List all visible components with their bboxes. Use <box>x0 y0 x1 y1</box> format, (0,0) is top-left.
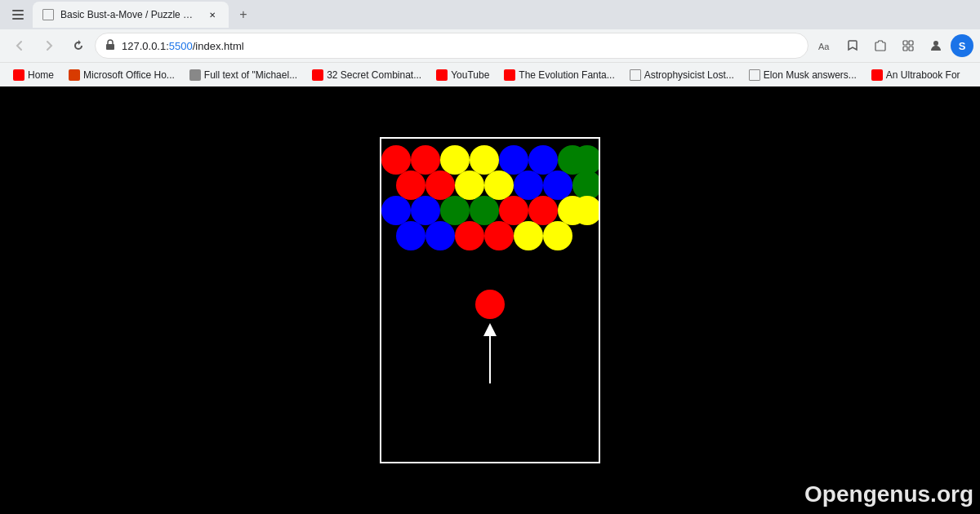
bookmark-favicon <box>436 69 448 81</box>
bookmark-label: The Evolution Fanta... <box>519 69 614 81</box>
svg-rect-5 <box>903 41 907 45</box>
security-icon <box>105 39 115 53</box>
forward-button[interactable] <box>36 33 62 59</box>
user-profile-button[interactable]: S <box>951 34 973 57</box>
bookmark-favicon <box>630 69 641 81</box>
bookmark-label: Astrophysicist Lost... <box>644 69 734 81</box>
bookmark-label: YouTube <box>451 69 489 81</box>
bookmark-elon[interactable]: Elon Musk answers... <box>742 67 863 83</box>
nav-right-buttons: Aa S <box>812 33 973 59</box>
bookmark-astrophysicist[interactable]: Astrophysicist Lost... <box>623 67 741 83</box>
bookmark-label: Elon Musk answers... <box>764 69 857 81</box>
shooter-bubble <box>475 290 505 319</box>
address-bar[interactable]: 127.0.0.1:5500/index.html <box>95 33 808 59</box>
tab-favicon <box>42 9 54 20</box>
svg-point-24 <box>572 171 600 200</box>
svg-rect-2 <box>12 18 24 20</box>
reload-button[interactable] <box>65 33 91 59</box>
aim-arrow <box>483 335 497 396</box>
bookmark-label: Microsoft Office Ho... <box>83 69 175 81</box>
svg-rect-8 <box>909 47 913 51</box>
svg-point-25 <box>381 196 411 225</box>
svg-point-35 <box>455 221 484 250</box>
svg-rect-7 <box>903 47 907 51</box>
url-port: 5500 <box>169 40 193 52</box>
bookmark-button[interactable] <box>840 33 866 59</box>
svg-point-27 <box>440 196 470 225</box>
extensions-button[interactable] <box>867 33 893 59</box>
bookmark-youtube[interactable]: YouTube <box>430 67 496 83</box>
svg-point-19 <box>425 171 455 200</box>
svg-point-18 <box>396 171 425 200</box>
svg-point-10 <box>381 145 411 175</box>
svg-rect-6 <box>909 41 913 45</box>
svg-point-30 <box>528 196 558 225</box>
svg-point-26 <box>411 196 440 225</box>
bubble-grid <box>381 139 600 273</box>
tab-close-button[interactable]: ✕ <box>206 8 219 21</box>
arrow-shaft <box>489 335 491 383</box>
game-area[interactable] <box>380 137 600 463</box>
title-bar: Basic Bust-a-Move / Puzzle Bobb ✕ + <box>0 0 980 29</box>
bookmark-favicon <box>312 69 323 81</box>
svg-rect-1 <box>12 14 24 16</box>
nav-bar: 127.0.0.1:5500/index.html Aa S <box>0 29 980 62</box>
bookmark-ultrabook[interactable]: An Ultrabook For <box>865 67 967 83</box>
bookmark-favicon <box>504 69 515 81</box>
url-text: 127.0.0.1:5500/index.html <box>122 40 798 52</box>
collections-button[interactable] <box>895 33 921 59</box>
bookmark-label: An Ultrabook For <box>886 69 960 81</box>
svg-rect-0 <box>12 10 24 11</box>
bookmark-label: Home <box>28 69 54 81</box>
browser-chrome: Basic Bust-a-Move / Puzzle Bobb ✕ + 127.… <box>0 0 980 86</box>
svg-point-12 <box>440 145 470 175</box>
svg-point-23 <box>543 171 572 200</box>
svg-point-34 <box>425 221 455 250</box>
back-button[interactable] <box>7 33 33 59</box>
bookmark-label: Full text of "Michael... <box>204 69 297 81</box>
svg-point-22 <box>514 171 543 200</box>
sidebar-toggle[interactable] <box>7 3 29 26</box>
svg-rect-3 <box>106 44 114 50</box>
watermark: Opengenus.org <box>804 481 973 507</box>
svg-point-14 <box>499 145 528 175</box>
bookmark-favicon <box>189 69 201 81</box>
bookmark-favicon <box>13 69 24 81</box>
bookmarks-bar: Home Microsoft Office Ho... Full text of… <box>0 62 980 86</box>
tab-title: Basic Bust-a-Move / Puzzle Bobb <box>60 9 199 20</box>
bookmark-evolution[interactable]: The Evolution Fanta... <box>497 67 621 83</box>
svg-point-36 <box>484 221 514 250</box>
page-content: Opengenus.org <box>0 86 980 514</box>
svg-point-13 <box>470 145 499 175</box>
bookmark-msoffice[interactable]: Microsoft Office Ho... <box>62 67 181 83</box>
svg-point-29 <box>499 196 528 225</box>
svg-point-9 <box>933 41 938 46</box>
bookmark-favicon <box>871 69 883 81</box>
bookmark-fulltext[interactable]: Full text of "Michael... <box>183 67 304 83</box>
bookmark-favicon <box>749 69 760 81</box>
svg-point-33 <box>396 221 425 250</box>
svg-point-11 <box>411 145 440 175</box>
reader-mode-button[interactable]: Aa <box>812 33 838 59</box>
bookmark-favicon <box>69 69 80 81</box>
svg-point-20 <box>455 171 484 200</box>
bookmark-home[interactable]: Home <box>7 67 60 83</box>
svg-point-21 <box>484 171 514 200</box>
profile-button[interactable] <box>923 33 949 59</box>
svg-point-15 <box>528 145 558 175</box>
svg-text:Aa: Aa <box>818 42 830 51</box>
svg-point-38 <box>543 221 572 250</box>
active-tab[interactable]: Basic Bust-a-Move / Puzzle Bobb ✕ <box>33 2 229 28</box>
bookmark-label: 32 Secret Combinat... <box>327 69 421 81</box>
svg-point-37 <box>514 221 543 250</box>
svg-point-28 <box>470 196 499 225</box>
bookmark-32secret[interactable]: 32 Secret Combinat... <box>305 67 428 83</box>
new-tab-button[interactable]: + <box>232 3 255 26</box>
